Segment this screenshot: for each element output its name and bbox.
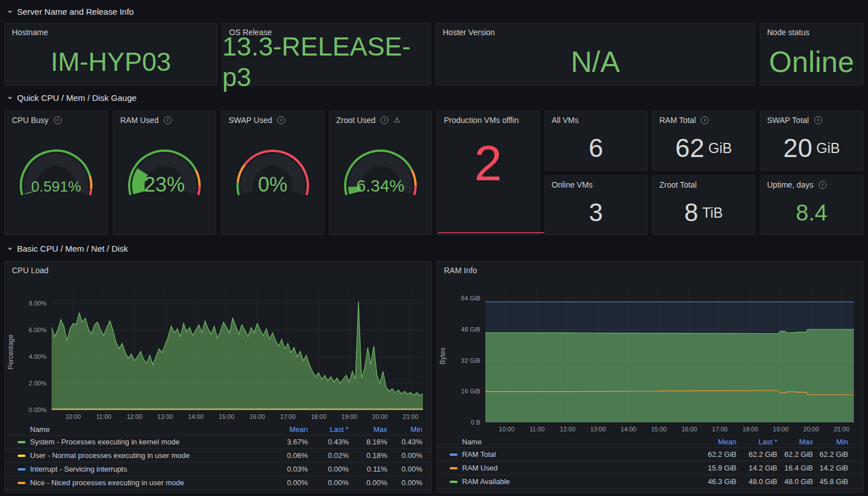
panel-title[interactable]: Uptime, daysi	[767, 180, 858, 189]
ram-info-chart[interactable]: 10:0011:0012:0013:0014:0015:0016:0017:00…	[437, 261, 863, 434]
chevron-down-icon	[7, 245, 13, 252]
svg-text:0%: 0%	[258, 173, 287, 196]
legend-header-min[interactable]: Min	[387, 425, 422, 434]
legend-header-name[interactable]: Name	[18, 425, 257, 434]
all-vms-value: 6	[588, 133, 603, 163]
legend-header-min[interactable]: Min	[813, 438, 848, 446]
online-vms-value: 3	[589, 198, 603, 227]
dashboard: Server Name and Release Info Quick CPU /…	[0, 0, 868, 496]
series-swatch	[450, 481, 458, 483]
panel-title[interactable]: RAM Totali	[659, 116, 750, 125]
section-basic[interactable]: Basic CPU / Mem / Net / Disk	[7, 241, 128, 255]
swap-total-unit: GiB	[816, 140, 840, 156]
svg-text:17:00: 17:00	[280, 413, 296, 420]
svg-text:19:00: 19:00	[341, 413, 357, 420]
series-swatch	[450, 467, 458, 469]
panel-node-status: Node status Online	[760, 23, 863, 86]
hoster-version-value: N/A	[571, 45, 620, 79]
info-icon[interactable]: i	[380, 116, 388, 124]
section-server-info[interactable]: Server Name and Release Info	[7, 5, 134, 18]
zroot-total-value: 8	[684, 198, 698, 227]
panel-ram-used-gauge: RAM Usedi 23%	[113, 111, 216, 235]
svg-text:2.00%: 2.00%	[29, 380, 46, 387]
svg-text:64 GiB: 64 GiB	[461, 295, 480, 302]
svg-text:16:00: 16:00	[249, 413, 265, 420]
panel-title[interactable]: RAM Usedi	[120, 116, 211, 125]
panel-title[interactable]: Zroot Usedi⚠	[336, 116, 427, 125]
svg-text:48 GiB: 48 GiB	[461, 326, 480, 333]
panel-title[interactable]: Hoster Version	[443, 28, 750, 37]
panel-title[interactable]: Zroot Total	[659, 180, 750, 189]
panel-hoster-version: Hoster Version N/A	[435, 23, 755, 86]
panel-title[interactable]: Hostname	[12, 28, 212, 37]
panel-title[interactable]: All VMs	[552, 116, 642, 125]
legend-header-max[interactable]: Max	[777, 438, 813, 446]
section-title: Basic CPU / Mem / Net / Disk	[17, 244, 128, 253]
info-icon[interactable]: i	[701, 116, 709, 124]
legend-header-mean[interactable]: Mean	[257, 425, 308, 434]
legend-header-last[interactable]: Last *	[736, 438, 777, 446]
svg-text:16 GiB: 16 GiB	[461, 388, 480, 395]
svg-text:0.591%: 0.591%	[31, 178, 81, 195]
ram-used-gauge: 23%	[118, 142, 211, 219]
info-icon[interactable]: i	[814, 116, 822, 124]
panel-title[interactable]: CPU Load	[12, 266, 427, 275]
legend-header-mean[interactable]: Mean	[685, 438, 736, 446]
svg-text:17:00: 17:00	[712, 426, 728, 433]
node-status-value: Online	[769, 45, 854, 79]
panel-title[interactable]: Node status	[767, 28, 858, 37]
swap-total-value: 20	[784, 133, 812, 163]
svg-text:16:00: 16:00	[681, 426, 697, 433]
panel-hostname: Hostname IM-HYP03	[5, 23, 217, 86]
svg-text:15:00: 15:00	[651, 426, 667, 433]
panel-all-vms: All VMs 6	[544, 111, 647, 171]
warning-icon[interactable]: ⚠	[393, 116, 400, 124]
series-swatch	[450, 453, 458, 456]
panel-cpu-load: 10:0011:0012:0013:0014:0015:0016:0017:00…	[5, 261, 432, 493]
panel-title[interactable]: RAM Info	[444, 266, 858, 275]
panel-title[interactable]: SWAP Totali	[767, 116, 858, 125]
svg-text:21:00: 21:00	[403, 413, 419, 420]
info-icon[interactable]: i	[164, 116, 172, 124]
svg-text:19:00: 19:00	[773, 426, 789, 433]
svg-text:20:00: 20:00	[803, 426, 819, 433]
panel-ram-info: 10:0011:0012:0013:0014:0015:0016:0017:00…	[437, 261, 863, 493]
section-quick-gauge[interactable]: Quick CPU / Mem / Disk Gauge	[7, 91, 137, 104]
svg-text:4.00%: 4.00%	[29, 353, 46, 360]
svg-text:21:00: 21:00	[834, 426, 850, 433]
info-icon[interactable]: i	[277, 116, 285, 124]
cpu-load-chart[interactable]: 10:0011:0012:0013:0014:0015:0016:0017:00…	[5, 261, 431, 422]
legend-row-ram-available: RAM Available 46.3 GiB 48.0 GiB 48.0 GiB…	[437, 474, 863, 488]
series-swatch	[18, 468, 26, 470]
panel-title[interactable]: CPU Busyi	[12, 116, 103, 125]
panel-title[interactable]: Online VMs	[552, 180, 642, 189]
ram-info-legend: Name Mean Last * Max Min RAM Total 62.2 …	[437, 436, 863, 489]
legend-row-nice: Nice - Niced processes executing in user…	[5, 476, 431, 489]
panel-title[interactable]: SWAP Usedi	[228, 116, 319, 125]
ram-total-value: 62	[675, 133, 704, 163]
svg-text:18:00: 18:00	[743, 426, 759, 433]
svg-text:0 B: 0 B	[471, 419, 480, 426]
legend-header-name[interactable]: Name	[450, 438, 685, 446]
hostname-value: IM-HYP03	[50, 46, 171, 77]
panel-os-release: OS Release 13.3-RELEASE-p3	[222, 23, 431, 86]
info-icon[interactable]: i	[54, 116, 62, 124]
legend-row-user: User - Normal processes executing in use…	[5, 448, 431, 462]
panel-swap-total: SWAP Totali 20GiB	[760, 111, 863, 171]
svg-text:8.00%: 8.00%	[29, 300, 46, 307]
svg-text:23%: 23%	[144, 173, 185, 196]
info-icon[interactable]: i	[819, 181, 827, 189]
panel-uptime: Uptime, daysi 8.4	[760, 175, 863, 235]
chevron-down-icon	[7, 95, 13, 101]
panel-ram-total: RAM Totali 62GiB	[652, 111, 755, 171]
legend-header-max[interactable]: Max	[349, 425, 387, 434]
svg-text:6.00%: 6.00%	[29, 327, 46, 333]
cpu-load-legend: Name Mean Last * Max Min System - Proces…	[5, 423, 431, 490]
zroot-used-gauge: 6.34%	[334, 142, 427, 219]
panel-zroot-used-gauge: Zroot Usedi⚠ 6.34%	[329, 111, 432, 235]
panel-production-vms-offline: Production VMs offlin 2	[437, 111, 540, 235]
legend-header-last[interactable]: Last *	[308, 425, 349, 434]
panel-title[interactable]: Production VMs offlin	[444, 116, 535, 125]
panel-online-vms: Online VMs 3	[544, 175, 647, 235]
section-title: Quick CPU / Mem / Disk Gauge	[17, 93, 137, 103]
